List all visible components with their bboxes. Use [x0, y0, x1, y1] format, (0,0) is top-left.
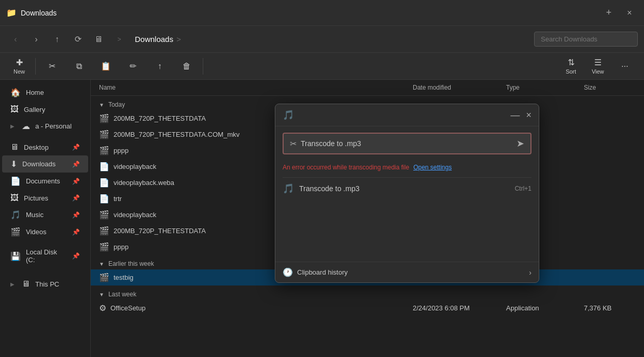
- gallery-icon: 🖼: [10, 105, 19, 114]
- pc-button[interactable]: 🖥: [89, 30, 108, 49]
- desktop-icon: 🖥: [10, 142, 19, 152]
- file-icon: 🎬: [99, 273, 109, 282]
- sidebar-item-music[interactable]: 🎵 Music 📌: [2, 206, 88, 223]
- new-label: New: [13, 68, 25, 75]
- popup-history-text: Transcode to .mp3: [299, 184, 510, 193]
- sidebar-item-label: Downloads: [22, 160, 55, 168]
- file-name-text: 200MB_720P_THETESTDATA: [114, 227, 206, 235]
- transcode-popup: 🎵 — × ✂ ➤ An error occurred while transc…: [275, 104, 539, 283]
- pin-icon: 📌: [72, 252, 80, 260]
- popup-close-button[interactable]: ×: [526, 110, 531, 121]
- sidebar-item-gallery[interactable]: 🖼 Gallery: [2, 101, 88, 118]
- sidebar-item-pictures[interactable]: 🖼 Pictures 📌: [2, 190, 88, 206]
- column-type: Type: [506, 84, 584, 91]
- documents-icon: 📄: [10, 176, 21, 186]
- sidebar-item-localdisk[interactable]: 💾 Local Disk (C: 📌: [2, 245, 88, 267]
- file-name-text: videoplayback: [114, 163, 156, 170]
- file-row[interactable]: ⚙OfficeSetup 2/24/2023 6:08 PM Applicati…: [91, 300, 644, 316]
- file-name-text: testbig: [114, 274, 133, 281]
- toolbar-separator-2: [203, 58, 203, 75]
- file-name-text: videoplayback: [114, 211, 156, 219]
- downloads-icon: ⬇: [10, 159, 17, 169]
- paste-button[interactable]: 📋: [93, 59, 119, 73]
- file-name-text: 200MB_720P_THETESTDATA.COM_mkv: [114, 131, 240, 138]
- forward-button[interactable]: ›: [27, 30, 46, 49]
- section-last-week: ▼ Last week: [91, 285, 644, 300]
- section-earlier-label: Earlier this week: [108, 260, 154, 267]
- thispc-icon: 🖥: [22, 279, 30, 289]
- breadcrumb-arrow: >: [176, 35, 181, 44]
- sidebar-item-videos[interactable]: 🎬 Videos 📌: [2, 223, 88, 240]
- toolbar: ✚ New ✂ ⧉ 📋 ✏ ↑ 🗑 ⇅ Sort ☰ View ···: [0, 53, 644, 80]
- file-list-header: Name Date modified Type Size: [91, 80, 644, 96]
- popup-footer-arrow: ›: [529, 268, 531, 277]
- sidebar-item-label: Local Disk (C:: [26, 248, 67, 264]
- more-button[interactable]: ···: [612, 60, 638, 73]
- sidebar-item-label: a - Personal: [35, 122, 72, 130]
- rename-icon: ✏: [130, 61, 136, 71]
- chevron-lastweek[interactable]: ▼: [99, 292, 104, 297]
- popup-history-shortcut: Ctrl+1: [515, 185, 531, 192]
- expand-thispc-icon: ▶: [10, 281, 15, 287]
- file-type: Application: [506, 304, 584, 312]
- sidebar-item-thispc[interactable]: ▶ 🖥 This PC: [2, 276, 88, 292]
- sidebar-item-desktop[interactable]: 🖥 Desktop 📌: [2, 139, 88, 155]
- popup-footer[interactable]: 🕐 Clipboard history ›: [275, 262, 539, 282]
- breadcrumb: Downloads >: [135, 35, 528, 44]
- title-bar: 📁 Downloads + ×: [0, 0, 644, 26]
- popup-input-icon: ✂: [290, 139, 297, 149]
- popup-minimize-button[interactable]: —: [510, 110, 520, 121]
- more-icon: ···: [621, 62, 628, 71]
- rename-button[interactable]: ✏: [120, 59, 146, 73]
- popup-send-button[interactable]: ➤: [516, 138, 524, 149]
- file-icon: 🎬: [99, 146, 109, 155]
- new-button[interactable]: ✚ New: [6, 55, 32, 77]
- column-date: Date modified: [413, 84, 506, 91]
- file-icon: 📄: [99, 178, 109, 188]
- file-name-text: OfficeSetup: [110, 304, 146, 312]
- sidebar-item-home[interactable]: 🏠 Home: [2, 84, 88, 101]
- popup-history-icon: 🎵: [283, 183, 294, 194]
- popup-history-item[interactable]: 🎵 Transcode to .mp3 Ctrl+1: [275, 178, 539, 199]
- chevron-today[interactable]: ▼: [99, 102, 104, 108]
- back-button[interactable]: ‹: [6, 30, 25, 49]
- add-tab-button[interactable]: +: [600, 5, 617, 21]
- home-icon: 🏠: [10, 88, 21, 97]
- search-input[interactable]: [534, 32, 638, 47]
- sort-button[interactable]: ⇅ Sort: [558, 55, 584, 77]
- popup-input[interactable]: [301, 139, 512, 148]
- file-name-text: pppp: [114, 243, 129, 251]
- sort-label: Sort: [566, 68, 576, 75]
- copy-button[interactable]: ⧉: [66, 60, 92, 73]
- sidebar-item-label: This PC: [35, 280, 59, 288]
- chevron-earlier[interactable]: ▼: [99, 261, 104, 267]
- share-button[interactable]: ↑: [147, 60, 173, 73]
- paste-icon: 📋: [101, 61, 111, 71]
- view-icon: ☰: [594, 58, 601, 67]
- pin-icon: 📌: [72, 161, 80, 168]
- file-size: 7,376 KB: [584, 304, 636, 312]
- nav-bar: ‹ › ↑ ⟳ 🖥 > Downloads >: [0, 26, 644, 53]
- sidebar-item-personal[interactable]: ▶ ☁ a - Personal: [2, 118, 88, 135]
- pictures-icon: 🖼: [10, 193, 19, 203]
- cut-button[interactable]: ✂: [39, 59, 65, 73]
- file-icon: 🎬: [99, 130, 109, 139]
- view-button[interactable]: ☰ View: [585, 55, 611, 77]
- cloud-icon: ☁: [22, 121, 30, 131]
- sidebar-item-documents[interactable]: 📄 Documents 📌: [2, 173, 88, 190]
- close-window-button[interactable]: ×: [621, 5, 638, 21]
- file-icon: 📄: [99, 162, 109, 172]
- sidebar-item-downloads[interactable]: ⬇ Downloads 📌: [2, 155, 88, 173]
- pin-icon: 📌: [72, 178, 80, 185]
- file-icon: 🎬: [99, 226, 109, 236]
- section-lastweek-label: Last week: [108, 291, 136, 298]
- refresh-button[interactable]: ⟳: [68, 30, 87, 49]
- popup-error-link[interactable]: Open settings: [413, 164, 452, 171]
- share-icon: ↑: [158, 62, 162, 71]
- popup-header-icon: 🎵: [283, 109, 294, 121]
- title-bar-icon: 📁: [6, 8, 17, 18]
- sidebar-item-label: Desktop: [24, 144, 49, 151]
- delete-button[interactable]: 🗑: [174, 60, 200, 73]
- up-button[interactable]: ↑: [48, 30, 66, 49]
- popup-empty-area: [275, 199, 539, 262]
